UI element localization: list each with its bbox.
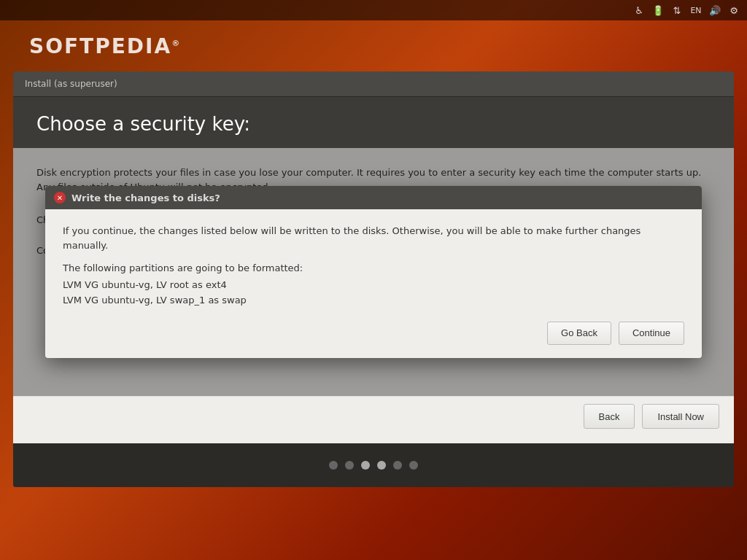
back-button[interactable]: Back <box>584 404 635 429</box>
page-title: Choose a security key: <box>36 113 711 135</box>
progress-dots-area <box>13 443 734 487</box>
dialog-titlebar: ✕ Write the changes to disks? <box>45 186 702 209</box>
continue-button[interactable]: Continue <box>619 322 684 345</box>
progress-dot-5 <box>393 461 402 470</box>
dialog-actions: Go Back Continue <box>63 322 684 345</box>
partitions-title: The following partitions are going to be… <box>63 262 684 273</box>
progress-dot-4 <box>377 461 386 470</box>
installer-content: Disk encryption protects your files in c… <box>13 148 734 396</box>
installer-window: Install (as superuser) Choose a security… <box>13 71 734 487</box>
network-icon[interactable]: ⇅ <box>670 3 684 18</box>
partition-item-2: LVM VG ubuntu-vg, LV swap_1 as swap <box>63 293 684 308</box>
dialog-overlay: ✕ Write the changes to disks? If you con… <box>13 148 734 396</box>
dialog-message: If you continue, the changes listed belo… <box>63 224 684 252</box>
softpedia-logo: SOFTPEDIA® <box>29 34 181 58</box>
dialog-close-button[interactable]: ✕ <box>54 192 66 203</box>
installer-header-label: Install (as superuser) <box>25 79 117 89</box>
dialog-body: If you continue, the changes listed belo… <box>45 209 702 358</box>
partition-item-1: LVM VG ubuntu-vg, LV root as ext4 <box>63 278 684 293</box>
progress-dot-2 <box>345 461 354 470</box>
battery-icon[interactable]: 🔋 <box>651 3 665 18</box>
accessibility-icon[interactable]: ♿ <box>632 3 646 18</box>
install-now-button[interactable]: Install Now <box>642 404 719 429</box>
progress-dot-6 <box>409 461 418 470</box>
go-back-button[interactable]: Go Back <box>547 322 611 345</box>
volume-icon[interactable]: 🔊 <box>708 3 722 18</box>
installer-header: Install (as superuser) <box>13 71 734 97</box>
progress-dot-1 <box>329 461 338 470</box>
confirm-dialog: ✕ Write the changes to disks? If you con… <box>45 186 702 358</box>
language-icon[interactable]: EN <box>689 3 703 18</box>
progress-dot-3 <box>361 461 370 470</box>
installer-bottom: Back Install Now <box>13 396 734 443</box>
dialog-title: Write the changes to disks? <box>71 192 220 203</box>
settings-icon[interactable]: ⚙ <box>727 3 741 18</box>
topbar: ♿ 🔋 ⇅ EN 🔊 ⚙ <box>0 0 747 20</box>
installer-title-area: Choose a security key: <box>13 97 734 148</box>
logo-area: SOFTPEDIA® <box>0 20 747 71</box>
